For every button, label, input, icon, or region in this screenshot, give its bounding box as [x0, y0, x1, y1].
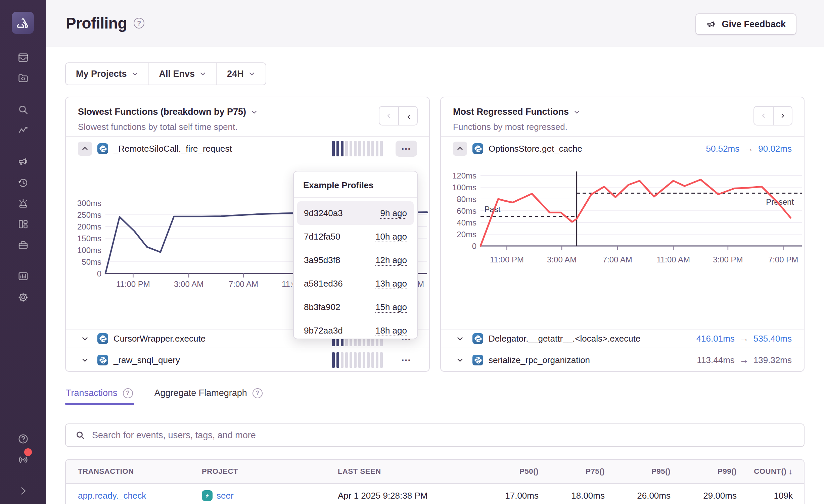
- expand-button[interactable]: [453, 353, 467, 367]
- project-filter[interactable]: My Projects: [66, 63, 148, 85]
- column-header-p99[interactable]: P99(): [671, 467, 737, 476]
- profile-item[interactable]: 9b72aa3d 18h ago: [297, 319, 414, 342]
- slowest-functions-title[interactable]: Slowest Functions (breakdown by P75): [78, 107, 246, 117]
- collapse-button[interactable]: [453, 142, 467, 156]
- prev-page-button[interactable]: [379, 107, 398, 125]
- column-header-p95[interactable]: P95(): [605, 467, 671, 476]
- chevron-down-icon[interactable]: [251, 109, 258, 115]
- minibar: [332, 141, 335, 156]
- tab-aggregate-flamegraph[interactable]: Aggregate Flamegraph ?: [154, 388, 263, 398]
- function-row[interactable]: _RemoteSiloCall._fire_request …: [66, 137, 429, 160]
- function-row[interactable]: serialize_rpc_organization 113.44ms → 13…: [441, 348, 804, 372]
- search-icon: [75, 430, 85, 440]
- chevron-down-icon[interactable]: [574, 109, 580, 115]
- search-bar: [65, 423, 805, 447]
- most-regressed-title[interactable]: Most Regressed Functions: [453, 107, 569, 117]
- top-header: Profiling ? Give Feedback: [0, 0, 824, 47]
- sidebar-item-dashboards[interactable]: [17, 218, 29, 230]
- search-input[interactable]: [92, 430, 794, 441]
- expand-button[interactable]: [453, 332, 467, 346]
- slowest-functions-subtitle: Slowest functions by total self time spe…: [78, 122, 417, 132]
- python-icon: [472, 143, 483, 154]
- minibar: [341, 141, 344, 156]
- svg-text:250ms: 250ms: [77, 210, 101, 219]
- function-row[interactable]: Delegator.__getattr__.<locals>.execute 4…: [441, 329, 804, 348]
- profile-age-link[interactable]: 18h ago: [375, 325, 407, 336]
- expand-button[interactable]: [78, 332, 92, 346]
- profile-item[interactable]: 8b3fa902 15h ago: [297, 295, 414, 319]
- tab-help-icon[interactable]: ?: [253, 388, 263, 398]
- profile-age-link[interactable]: 12h ago: [375, 255, 407, 265]
- sidebar-item-replays[interactable]: [17, 177, 29, 189]
- before-duration-link[interactable]: 50.52ms: [706, 144, 740, 154]
- active-tab-underline: [65, 403, 134, 405]
- column-header-last-seen[interactable]: LAST SEEN: [338, 467, 475, 476]
- function-row[interactable]: _raw_snql_query …: [66, 348, 429, 372]
- table-header-row: TRANSACTION PROJECT LAST SEEN P50() P75(…: [66, 460, 804, 484]
- svg-text:11:00 AM: 11:00 AM: [656, 255, 690, 264]
- sidebar-item-alerts[interactable]: [17, 198, 29, 209]
- most-regressed-subtitle: Functions by most regressed.: [453, 122, 792, 132]
- megaphone-icon: [706, 19, 716, 29]
- after-duration-link[interactable]: 535.40ms: [753, 334, 792, 344]
- period-filter[interactable]: 24H: [216, 63, 265, 85]
- transaction-link[interactable]: app.ready._check: [78, 491, 146, 501]
- function-row[interactable]: OptionsStore.get_cache 50.52ms → 90.02ms: [441, 137, 804, 160]
- svg-text:0: 0: [97, 269, 101, 278]
- profile-age-link[interactable]: 13h ago: [375, 279, 407, 289]
- sidebar-item-issues[interactable]: [17, 52, 29, 64]
- sidebar-item-explore[interactable]: [17, 72, 29, 84]
- table-row[interactable]: app.ready._check seer Apr 1 2025 9:28:38…: [66, 484, 804, 504]
- sidebar-item-settings[interactable]: [17, 292, 29, 303]
- profile-age-link[interactable]: 9h ago: [380, 208, 407, 218]
- profile-item[interactable]: 9d3240a3 9h ago: [297, 201, 414, 225]
- next-page-button[interactable]: [773, 107, 792, 125]
- function-menu-button[interactable]: …: [396, 141, 417, 157]
- sidebar-item-traces[interactable]: [17, 125, 29, 137]
- collapse-button[interactable]: [78, 142, 92, 156]
- expand-button[interactable]: [78, 353, 92, 367]
- project-filter-label: My Projects: [76, 69, 127, 79]
- prev-page-button[interactable]: [754, 107, 773, 125]
- environment-filter[interactable]: All Envs: [148, 63, 217, 85]
- minibar: [345, 141, 348, 156]
- next-page-button[interactable]: [398, 107, 417, 125]
- svg-text:300ms: 300ms: [77, 199, 101, 208]
- function-menu-button[interactable]: …: [396, 352, 417, 368]
- sidebar-item-releases[interactable]: [17, 239, 29, 251]
- tab-help-icon[interactable]: ?: [123, 388, 133, 398]
- transactions-table: TRANSACTION PROJECT LAST SEEN P50() P75(…: [65, 459, 805, 504]
- svg-text:Present: Present: [766, 197, 794, 206]
- column-header-count[interactable]: COUNT()↓: [737, 467, 804, 476]
- project-link[interactable]: seer: [217, 491, 234, 501]
- profile-hash: a581ed36: [304, 279, 343, 289]
- minibar: [371, 352, 374, 368]
- before-duration: 113.44ms: [697, 355, 735, 365]
- before-duration-link[interactable]: 416.01ms: [696, 334, 735, 344]
- minibar: [350, 352, 352, 368]
- column-header-project[interactable]: PROJECT: [202, 467, 338, 476]
- sidebar-collapse-icon[interactable]: [17, 485, 29, 497]
- sort-desc-icon: ↓: [788, 467, 793, 476]
- give-feedback-button[interactable]: Give Feedback: [695, 13, 796, 35]
- sidebar-item-search[interactable]: [17, 104, 29, 116]
- help-icon[interactable]: [17, 433, 29, 445]
- after-duration-link[interactable]: 90.02ms: [758, 144, 792, 154]
- sentry-logo[interactable]: [12, 12, 34, 34]
- column-header-p50[interactable]: P50(): [475, 467, 539, 476]
- profile-hash: 9d3240a3: [304, 208, 343, 218]
- sidebar-item-feedback[interactable]: [17, 156, 29, 167]
- tab-label: Aggregate Flamegraph: [154, 388, 247, 398]
- page-help-icon[interactable]: ?: [134, 18, 144, 29]
- minibar: [363, 352, 365, 368]
- profile-item[interactable]: 7d12fa50 10h ago: [297, 225, 414, 248]
- profile-age-link[interactable]: 15h ago: [375, 302, 407, 312]
- profile-age-link[interactable]: 10h ago: [375, 232, 407, 242]
- profile-item[interactable]: 3a95d3f8 12h ago: [297, 248, 414, 272]
- column-header-p75[interactable]: P75(): [539, 467, 605, 476]
- profile-item[interactable]: a581ed36 13h ago: [297, 272, 414, 295]
- count-value: 109k: [737, 491, 804, 501]
- tab-transactions[interactable]: Transactions ?: [66, 388, 133, 398]
- sidebar-item-stats[interactable]: [17, 270, 29, 282]
- column-header-transaction[interactable]: TRANSACTION: [66, 467, 202, 476]
